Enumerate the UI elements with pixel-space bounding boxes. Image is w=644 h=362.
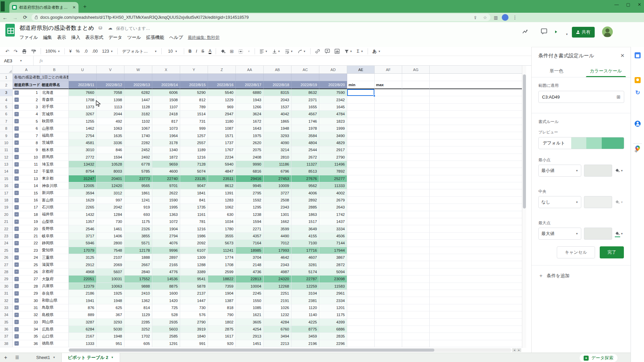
- value-cell[interactable]: 1645: [319, 104, 347, 111]
- value-cell[interactable]: 1216: [180, 225, 208, 232]
- cell[interactable]: −36: [13, 340, 40, 347]
- value-cell[interactable]: 8003: [97, 168, 124, 175]
- value-cell[interactable]: 2191: [264, 297, 291, 304]
- row-header[interactable]: 24: [0, 240, 13, 247]
- mid-point-select[interactable]: なし▼: [538, 196, 581, 208]
- prefecture-name-cell[interactable]: 奈良県: [40, 290, 69, 297]
- menu-item[interactable]: ファイル: [19, 35, 38, 41]
- value-cell[interactable]: 3459: [291, 333, 319, 340]
- value-cell[interactable]: 1888: [124, 254, 152, 261]
- cell[interactable]: [375, 161, 402, 168]
- value-cell[interactable]: 1594: [97, 154, 124, 161]
- horizontal-align-select[interactable]: ▼: [259, 49, 268, 54]
- value-cell[interactable]: 6282: [124, 89, 152, 96]
- value-cell[interactable]: 2913: [236, 333, 264, 340]
- value-cell[interactable]: 999: [180, 125, 208, 132]
- row-header[interactable]: 14: [0, 168, 13, 175]
- value-cell[interactable]: 1288: [180, 261, 208, 268]
- date-header-cell[interactable]: 2022/8/11: [69, 81, 97, 89]
- collapse-group-button[interactable]: −: [14, 184, 19, 188]
- value-cell[interactable]: 1432: [69, 211, 97, 218]
- value-cell[interactable]: 1571: [208, 132, 236, 139]
- value-cell[interactable]: 1737: [208, 139, 236, 146]
- value-cell[interactable]: 24320: [264, 276, 291, 283]
- value-cell[interactable]: 2381: [291, 297, 319, 304]
- cell[interactable]: [375, 89, 402, 96]
- column-header[interactable]: W: [124, 66, 152, 74]
- cell[interactable]: min: [347, 81, 375, 89]
- cell[interactable]: [402, 261, 430, 268]
- value-cell[interactable]: 2840: [124, 268, 152, 276]
- value-cell[interactable]: 27676: [291, 175, 319, 182]
- value-cell[interactable]: 2282: [124, 139, 152, 146]
- value-cell[interactable]: 1387: [208, 297, 236, 304]
- value-cell[interactable]: 812: [180, 96, 208, 103]
- window-maximize-button[interactable]: ▢: [626, 2, 630, 7]
- prefecture-name-cell[interactable]: 富山県: [40, 197, 69, 204]
- max-point-select[interactable]: 最大値▼: [538, 228, 581, 240]
- value-cell[interactable]: 2213: [264, 340, 291, 347]
- cell[interactable]: −31: [13, 304, 40, 311]
- prefecture-name-cell[interactable]: 石川県: [40, 204, 69, 211]
- value-cell[interactable]: 3182: [124, 111, 152, 118]
- cell[interactable]: [375, 154, 402, 161]
- value-cell[interactable]: 6796: [264, 168, 291, 175]
- column-header[interactable]: Z: [208, 66, 236, 74]
- cell[interactable]: −32: [13, 311, 40, 318]
- add-sheet-button[interactable]: +: [0, 355, 11, 361]
- column-header[interactable]: U: [69, 66, 97, 74]
- value-cell[interactable]: 920: [208, 340, 236, 347]
- value-cell[interactable]: 5174: [291, 268, 319, 276]
- value-cell[interactable]: 5673: [208, 240, 236, 247]
- cell[interactable]: [402, 211, 430, 218]
- tab-single-color[interactable]: 単一色: [532, 65, 581, 77]
- value-cell[interactable]: 818: [208, 304, 236, 311]
- collapse-group-button[interactable]: −: [14, 126, 19, 131]
- value-cell[interactable]: 5571: [124, 240, 152, 247]
- value-cell[interactable]: 2810: [264, 154, 291, 161]
- collapse-group-button[interactable]: −: [14, 298, 19, 303]
- value-cell[interactable]: 4847: [208, 168, 236, 175]
- value-cell[interactable]: 2492: [124, 154, 152, 161]
- value-cell[interactable]: 1964: [152, 132, 180, 139]
- value-cell[interactable]: 1629: [69, 197, 97, 204]
- date-header-cell[interactable]: 2022/8/17: [236, 81, 264, 89]
- row-header[interactable]: 12: [0, 154, 13, 161]
- value-cell[interactable]: 1357: [69, 218, 97, 225]
- collapse-group-button[interactable]: −: [14, 212, 19, 217]
- value-cell[interactable]: 1841: [180, 189, 208, 196]
- value-cell[interactable]: 27453: [264, 175, 291, 182]
- value-cell[interactable]: 1241: [124, 197, 152, 204]
- value-cell[interactable]: 817: [152, 118, 180, 125]
- cell[interactable]: [347, 268, 375, 276]
- prefecture-name-cell[interactable]: 東京都: [40, 175, 69, 182]
- cell[interactable]: −34: [13, 326, 40, 333]
- value-cell[interactable]: 2672: [291, 154, 319, 161]
- cell[interactable]: [402, 189, 430, 196]
- tab-color-scale[interactable]: カラースケール: [581, 65, 631, 77]
- collapse-group-button[interactable]: −: [14, 248, 19, 252]
- value-cell[interactable]: 730: [180, 304, 208, 311]
- cell[interactable]: [375, 104, 402, 111]
- value-cell[interactable]: 7058: [97, 89, 124, 96]
- cell[interactable]: [347, 290, 375, 297]
- value-cell[interactable]: 2667: [124, 261, 152, 268]
- collapse-group-button[interactable]: −: [14, 277, 19, 281]
- prefecture-name-cell[interactable]: 岩手県: [40, 104, 69, 111]
- side-panel-icon[interactable]: ▥: [494, 15, 498, 20]
- cell[interactable]: [347, 168, 375, 175]
- cell[interactable]: [375, 182, 402, 189]
- row-header[interactable]: 8: [0, 125, 13, 132]
- value-cell[interactable]: 3336: [97, 139, 124, 146]
- cell[interactable]: [402, 197, 430, 204]
- cell[interactable]: [347, 104, 375, 111]
- value-cell[interactable]: 1863: [291, 211, 319, 218]
- value-cell[interactable]: 8632: [291, 89, 319, 96]
- value-cell[interactable]: 10004: [236, 283, 264, 290]
- cell[interactable]: [402, 96, 430, 103]
- value-cell[interactable]: 2342: [319, 96, 347, 103]
- row-header[interactable]: 16: [0, 182, 13, 189]
- cell[interactable]: [375, 111, 402, 118]
- value-cell[interactable]: 1333: [69, 340, 97, 347]
- select-all-corner[interactable]: [0, 66, 13, 74]
